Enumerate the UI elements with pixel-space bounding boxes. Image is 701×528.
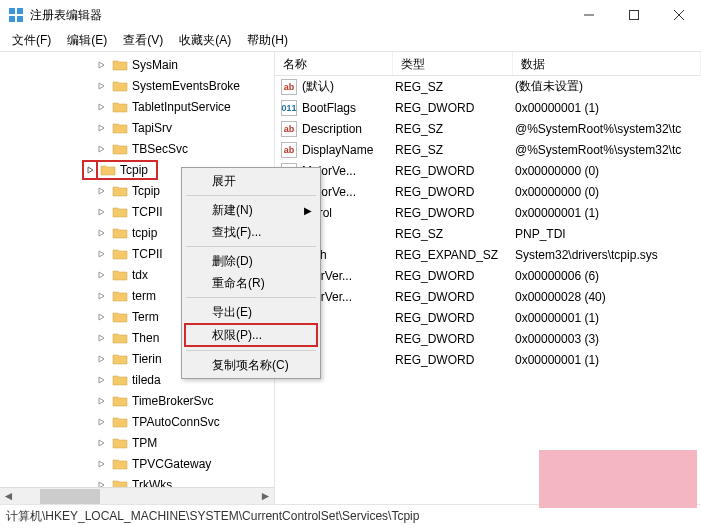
expand-icon[interactable]: [98, 229, 112, 237]
svg-rect-1: [17, 8, 23, 14]
expand-icon[interactable]: [98, 208, 112, 216]
expand-icon[interactable]: [98, 145, 112, 153]
expand-icon[interactable]: [98, 250, 112, 258]
value-data: 0x00000003 (3): [513, 332, 701, 346]
tree-item[interactable]: TabletInputService: [0, 96, 274, 117]
value-type: REG_SZ: [393, 227, 513, 241]
list-row[interactable]: 011REG_DWORD0x00000001 (1): [275, 349, 701, 370]
horizontal-scrollbar[interactable]: ◄ ►: [0, 487, 274, 504]
minimize-button[interactable]: [566, 0, 611, 30]
expand-icon[interactable]: [98, 124, 112, 132]
expand-icon[interactable]: [98, 439, 112, 447]
tree-item[interactable]: SystemEventsBroke: [0, 75, 274, 96]
scroll-right-icon[interactable]: ►: [257, 489, 274, 504]
menu-separator: [186, 195, 316, 196]
tree-item-label: tdx: [132, 268, 148, 282]
expand-icon[interactable]: [98, 418, 112, 426]
tree-item-label: TPAutoConnSvc: [132, 415, 220, 429]
folder-icon: [112, 247, 128, 261]
menu-copy-key-name[interactable]: 复制项名称(C): [184, 354, 318, 376]
tree-item-label: Tcpip: [120, 163, 148, 177]
menu-export[interactable]: 导出(E): [184, 301, 318, 323]
value-type: REG_DWORD: [393, 164, 513, 178]
value-type: REG_SZ: [393, 122, 513, 136]
expand-icon[interactable]: [98, 292, 112, 300]
expand-icon[interactable]: [98, 397, 112, 405]
expand-icon[interactable]: [98, 82, 112, 90]
tree-item-label: TCPII: [132, 205, 163, 219]
menu-rename[interactable]: 重命名(R): [184, 272, 318, 294]
list-row[interactable]: abDisplayNameREG_SZ@%SystemRoot%\system3…: [275, 139, 701, 160]
window-controls: [566, 0, 701, 30]
status-path: 计算机\HKEY_LOCAL_MACHINE\SYSTEM\CurrentCon…: [6, 508, 419, 525]
tree-item[interactable]: TPM: [0, 432, 274, 453]
menu-find[interactable]: 查找(F)...: [184, 221, 318, 243]
value-data: 0x00000001 (1): [513, 353, 701, 367]
tree-item[interactable]: TimeBrokerSvc: [0, 390, 274, 411]
list-row[interactable]: 011linorVer...REG_DWORD0x00000028 (40): [275, 286, 701, 307]
scroll-left-icon[interactable]: ◄: [0, 489, 17, 504]
tree-item[interactable]: SysMain: [0, 54, 274, 75]
menu-new[interactable]: 新建(N)▶: [184, 199, 318, 221]
maximize-button[interactable]: [611, 0, 656, 30]
list-row[interactable]: 011ontrolREG_DWORD0x00000001 (1): [275, 202, 701, 223]
expand-icon[interactable]: [98, 61, 112, 69]
folder-icon: [112, 226, 128, 240]
list-row[interactable]: abREG_SZPNP_TDI: [275, 223, 701, 244]
column-data[interactable]: 数据: [513, 52, 701, 75]
expand-icon[interactable]: [98, 334, 112, 342]
expand-icon[interactable]: [98, 313, 112, 321]
expand-icon[interactable]: [98, 103, 112, 111]
list-row[interactable]: abDescriptionREG_SZ@%SystemRoot%\system3…: [275, 118, 701, 139]
list-row[interactable]: 011MajorVe...REG_DWORD0x00000000 (0): [275, 160, 701, 181]
expand-icon[interactable]: [98, 187, 112, 195]
menu-favorites[interactable]: 收藏夹(A): [171, 30, 239, 51]
tree-item[interactable]: TapiSrv: [0, 117, 274, 138]
menu-view[interactable]: 查看(V): [115, 30, 171, 51]
menu-delete[interactable]: 删除(D): [184, 250, 318, 272]
list-row[interactable]: 011BootFlagsREG_DWORD0x00000001 (1): [275, 97, 701, 118]
menubar: 文件(F) 编辑(E) 查看(V) 收藏夹(A) 帮助(H): [0, 30, 701, 52]
list-pane[interactable]: 名称 类型 数据 ab(默认)REG_SZ(数值未设置)011BootFlags…: [275, 52, 701, 504]
tree-item-label: tcpip: [132, 226, 157, 240]
value-data: 0x00000001 (1): [513, 311, 701, 325]
list-row[interactable]: 011lajorVer...REG_DWORD0x00000006 (6): [275, 265, 701, 286]
value-type: REG_SZ: [393, 143, 513, 157]
tree-item[interactable]: TPAutoConnSvc: [0, 411, 274, 432]
folder-icon: [112, 394, 128, 408]
list-header: 名称 类型 数据: [275, 52, 701, 76]
tree-item-label: Tierin: [132, 352, 162, 366]
tree-item[interactable]: TPVCGateway: [0, 453, 274, 474]
scrollbar-thumb[interactable]: [40, 489, 100, 504]
list-row[interactable]: 011REG_DWORD0x00000001 (1): [275, 307, 701, 328]
close-button[interactable]: [656, 0, 701, 30]
svg-rect-0: [9, 8, 15, 14]
expand-icon[interactable]: [98, 460, 112, 468]
column-type[interactable]: 类型: [393, 52, 513, 75]
menu-edit[interactable]: 编辑(E): [59, 30, 115, 51]
list-row[interactable]: abPathREG_EXPAND_SZSystem32\drivers\tcpi…: [275, 244, 701, 265]
value-data: 0x00000001 (1): [513, 101, 701, 115]
menu-separator: [186, 350, 316, 351]
folder-icon: [112, 268, 128, 282]
tree-item-label: TapiSrv: [132, 121, 172, 135]
menu-file[interactable]: 文件(F): [4, 30, 59, 51]
column-name[interactable]: 名称: [275, 52, 393, 75]
overlay-watermark: [539, 450, 697, 508]
expand-icon[interactable]: [98, 376, 112, 384]
menu-expand[interactable]: 展开: [184, 170, 318, 192]
tree-item-label: TBSecSvc: [132, 142, 188, 156]
expand-icon[interactable]: [98, 271, 112, 279]
folder-icon: [112, 415, 128, 429]
list-row[interactable]: ab(默认)REG_SZ(数值未设置): [275, 76, 701, 97]
tree-item-label: Then: [132, 331, 159, 345]
list-row[interactable]: 011REG_DWORD0x00000003 (3): [275, 328, 701, 349]
value-name: BootFlags: [302, 101, 356, 115]
list-row[interactable]: 011MinorVe...REG_DWORD0x00000000 (0): [275, 181, 701, 202]
menu-help[interactable]: 帮助(H): [239, 30, 296, 51]
expand-icon[interactable]: [98, 355, 112, 363]
string-value-icon: ab: [281, 142, 297, 158]
value-data: PNP_TDI: [513, 227, 701, 241]
tree-item[interactable]: TBSecSvc: [0, 138, 274, 159]
menu-permissions[interactable]: 权限(P)...: [184, 323, 318, 347]
